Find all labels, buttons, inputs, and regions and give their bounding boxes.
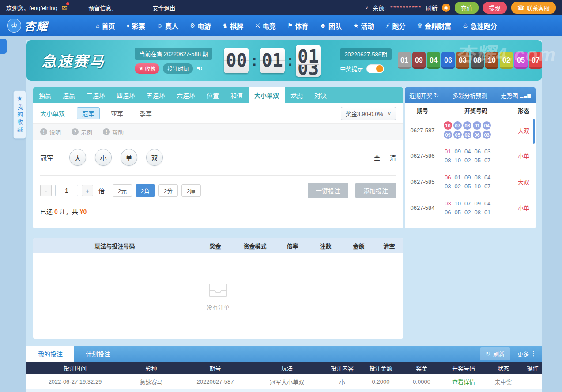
balance-label: 余额: xyxy=(373,4,386,12)
logout-link[interactable]: 安全退出 xyxy=(152,4,175,12)
toggle-knob xyxy=(376,65,383,72)
nav-item-esports[interactable]: ⚔电竞 xyxy=(255,21,276,30)
game-header: 急速赛马 当前在售 20220627-588 期 ★收藏 投注时间 00 : 0… xyxy=(26,40,542,81)
position-third-button[interactable]: 季军 xyxy=(134,107,157,119)
selected-summary: 已选0注，共¥0 xyxy=(33,205,403,217)
deposit-button[interactable]: 充值 xyxy=(455,2,479,14)
unit-jiao-button[interactable]: 2角 xyxy=(136,184,155,197)
multiplier-plus-button[interactable]: + xyxy=(82,185,93,196)
more-button[interactable]: 更多⋮ xyxy=(517,350,537,358)
tab-recent-draws[interactable]: 近期开奖↻ xyxy=(409,91,439,100)
tab-trend-chart[interactable]: 走势图▂▄▆ xyxy=(501,91,531,100)
nav-item-wealth[interactable]: ♛金鼎财富 xyxy=(417,21,451,30)
my-favorites-tab[interactable]: ★ 我的收藏 xyxy=(13,90,26,139)
multiplier-input[interactable] xyxy=(55,185,78,196)
unit-li-button[interactable]: 2厘 xyxy=(181,184,201,197)
result-ball: 02 xyxy=(463,131,471,139)
win-tip-label: 中奖提示 xyxy=(340,64,363,73)
slip-col-amount: 金额 xyxy=(342,242,375,250)
nav-item-sports[interactable]: ⚑体育 xyxy=(287,21,309,30)
help-link[interactable]: !帮助 xyxy=(103,128,124,136)
play-tab[interactable]: 龙虎 xyxy=(285,87,309,103)
multiplier-minus-button[interactable]: - xyxy=(40,185,52,196)
nav-item-board-games[interactable]: ♞棋牌 xyxy=(223,21,244,30)
egames-icon: ⚙ xyxy=(190,22,196,29)
scrollbar[interactable] xyxy=(533,119,535,144)
speaker-icon[interactable] xyxy=(196,65,204,72)
history-table-row: 2022-06-27 19:32:29 急速赛马 20220627-587 冠军… xyxy=(26,374,542,389)
speed-paofen-icon: ♨ xyxy=(463,22,468,29)
tab-plan-bets[interactable]: 计划投注 xyxy=(74,346,122,362)
bonus-select[interactable]: 奖金3.90-0.0%∨ xyxy=(341,107,396,120)
position-champion-button[interactable]: 冠军 xyxy=(77,107,100,119)
balance-caret-icon[interactable]: ∨ xyxy=(365,5,368,11)
board-games-icon: ♞ xyxy=(223,22,228,29)
nav-item-paofen[interactable]: ⚡跑分 xyxy=(386,21,406,30)
add-bet-button[interactable]: 添加投注 xyxy=(355,183,396,198)
nav-item-speed-paofen[interactable]: ♨急速跑分 xyxy=(463,21,497,30)
option-big-button[interactable]: 大 xyxy=(69,149,86,166)
nav-item-activity[interactable]: ★活动 xyxy=(353,21,374,30)
tab-analysis[interactable]: 多彩分析预测 xyxy=(453,91,487,100)
unit-yuan-button[interactable]: 2元 xyxy=(113,184,132,197)
win-tip-toggle[interactable] xyxy=(366,64,384,73)
nav-item-team[interactable]: ☻团队 xyxy=(320,21,342,30)
nav-item-live-casino[interactable]: ☺真人 xyxy=(157,21,178,30)
history-refresh-button[interactable]: ↻刷新 xyxy=(480,347,510,360)
result-number: 01 xyxy=(484,209,490,216)
play-tab[interactable]: 五连环 xyxy=(141,87,171,103)
play-tab[interactable]: 三连环 xyxy=(81,87,111,103)
play-tab[interactable]: 连赢 xyxy=(57,87,81,103)
slip-clear-all[interactable]: 清空 xyxy=(375,242,403,250)
nav-item-home[interactable]: ⌂首页 xyxy=(96,21,115,30)
tab-my-bets[interactable]: 我的投注 xyxy=(26,346,74,362)
option-odd-button[interactable]: 单 xyxy=(121,149,137,166)
quick-bet-button[interactable]: 一键投注 xyxy=(308,183,348,198)
example-link[interactable]: ?示例 xyxy=(72,128,92,136)
eye-icon[interactable]: ◉ xyxy=(442,4,450,12)
play-tab[interactable]: 位置 xyxy=(201,87,225,103)
col-period: 期号 xyxy=(179,364,252,372)
cell-period: 20220627-587 xyxy=(179,378,252,385)
view-details-link[interactable]: 查看详情 xyxy=(444,377,483,386)
result-number: 10 xyxy=(474,183,480,190)
result-number: 02 xyxy=(464,209,471,216)
main-nav: ♔ 杏耀 ⌂首页 ♦彩票 ☺真人 ⚙电游 ♞棋牌 ⚔电竞 ⚑体育 ☻团队 ★活动… xyxy=(0,15,562,36)
refresh-balance-button[interactable]: 刷新 xyxy=(426,4,438,12)
brand-logo[interactable]: ♔ 杏耀 xyxy=(7,18,48,34)
instructions-link[interactable]: !说明 xyxy=(40,128,61,136)
result-ball: 04 xyxy=(427,52,440,69)
withdraw-button[interactable]: 提现 xyxy=(483,2,507,14)
play-tab[interactable]: 四连环 xyxy=(111,87,141,103)
position-second-button[interactable]: 亚军 xyxy=(106,107,128,119)
play-tab[interactable]: 六连环 xyxy=(171,87,201,103)
cell-status: 未中奖 xyxy=(483,377,523,386)
mail-icon[interactable]: ✉ xyxy=(62,4,68,12)
nav-item-egames[interactable]: ⚙电游 xyxy=(190,21,211,30)
option-even-button[interactable]: 双 xyxy=(146,149,163,166)
favorite-button[interactable]: ★收藏 xyxy=(135,63,159,74)
trend-chart-icon: ▂▄▆ xyxy=(520,93,531,98)
clear-selection-button[interactable]: 清 xyxy=(390,153,396,162)
option-small-button[interactable]: 小 xyxy=(95,149,112,166)
select-all-button[interactable]: 全 xyxy=(374,153,380,162)
unit-fen-button[interactable]: 2分 xyxy=(158,184,178,197)
sale-actions: ★收藏 投注时间 xyxy=(135,63,212,74)
subplay-label[interactable]: 大小单双 xyxy=(40,109,65,118)
nav-item-lottery[interactable]: ♦彩票 xyxy=(127,21,145,30)
play-tab[interactable]: 和值 xyxy=(225,87,249,103)
selected-amount: ¥0 xyxy=(80,208,87,215)
chevron-down-icon: ∨ xyxy=(388,111,391,116)
side-panel-handle[interactable] xyxy=(0,39,7,54)
contact-service-button[interactable]: ☎联系客服 xyxy=(511,2,556,14)
play-tab[interactable]: 对决 xyxy=(309,87,332,103)
cell-amount: 0.2000 xyxy=(362,378,400,385)
play-tab[interactable]: 独赢 xyxy=(33,87,57,103)
result-number: 05 xyxy=(474,157,480,164)
result-number: 01 xyxy=(445,148,451,155)
star-icon: ★ xyxy=(139,65,143,71)
result-number: 09 xyxy=(464,174,471,181)
bet-time-button[interactable]: 投注时间 xyxy=(163,63,193,74)
play-tab-active[interactable]: 大小单双 xyxy=(249,87,285,103)
slip-col-play: 玩法与投注号码 xyxy=(33,242,196,250)
